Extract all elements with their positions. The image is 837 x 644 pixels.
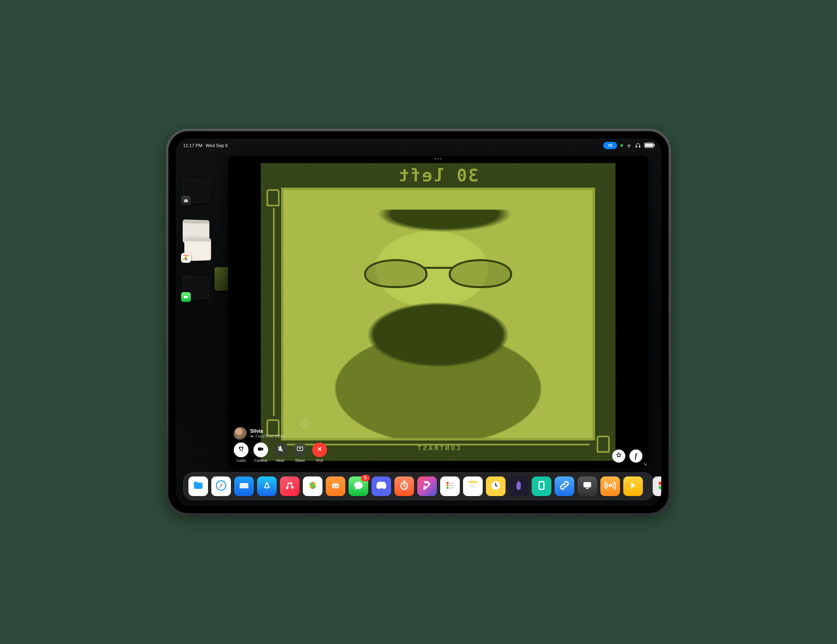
dock-app-remind[interactable] [440,476,460,496]
files-icon [192,480,204,493]
dock-app-link[interactable] [555,476,574,496]
dock-app-notes[interactable] [463,476,483,496]
pip-effects-button[interactable] [612,449,625,463]
stage-group-camera[interactable] [182,179,214,203]
caller-row[interactable]: Silvia FaceTime Video [234,427,327,440]
camera-button[interactable] [253,443,268,457]
dock-app-mail[interactable] [234,476,254,496]
link-icon [559,480,570,493]
messages-icon [353,480,364,493]
end-label: End [316,458,323,463]
audio-label: Audio [236,458,246,463]
facetime-overlay: Silvia FaceTime Video AudioCameraMuteSha… [234,427,327,463]
dock: 5 [183,472,654,500]
app-library-icon [657,480,661,493]
more-icon [435,158,441,159]
dock-app-files[interactable] [188,476,208,496]
photos-icon [307,480,318,493]
control-end: End [312,443,327,463]
x-icon [316,446,323,454]
dock-app-cast2[interactable] [600,476,620,496]
status-bar: 11:17 PM Wed Sep 6 [176,140,661,151]
appstore-icon [261,480,273,493]
camera-label: Camera [254,458,267,463]
gbc-brightness-slider-top-icon [266,189,280,206]
dock-app-short[interactable] [417,476,437,496]
location-active-dot [620,144,623,147]
svg-rect-6 [258,447,262,451]
dock-app-music[interactable] [280,476,300,496]
display-icon [582,480,593,493]
svg-rect-0 [609,144,611,146]
caller-name: Silvia [250,428,285,434]
svg-rect-25 [469,481,477,483]
audio-button[interactable] [234,443,248,457]
share-screen-icon [296,445,304,454]
dock-app-msg[interactable]: 5 [349,476,368,496]
pip-button-row: f [612,449,642,463]
resize-handle-icon[interactable] [641,459,647,467]
status-date: Wed Sep 6 [206,143,228,148]
end-button[interactable] [312,443,327,457]
star-icon [615,452,622,460]
svg-rect-1 [636,146,637,148]
badge: 5 [361,475,370,481]
status-recording-pill[interactable] [603,142,617,149]
video-icon [257,445,264,454]
status-time: 11:17 PM [183,143,202,148]
headphones-icon [635,143,641,148]
dock-app-switch[interactable] [653,476,661,496]
portrait-beard [358,284,518,368]
frame-icon [536,480,547,493]
dock-app-discord[interactable] [372,476,391,496]
dock-app-frame[interactable] [532,476,551,496]
gbc-contrast-slider-icon [597,436,610,453]
dock-app-olog[interactable] [326,476,345,496]
gbc-photo [281,188,595,441]
share-label: Share [295,458,305,463]
dock-app-photos[interactable] [303,476,322,496]
svg-rect-32 [586,487,589,488]
control-share: Share [293,443,307,463]
dock-app-safari[interactable] [211,476,231,496]
music-icon [284,480,295,493]
battery-icon [644,143,654,148]
control-audio: Audio [234,443,248,463]
safari-icon [215,480,227,493]
stage-group-calendar[interactable]: WED 6 [182,219,214,243]
discord-icon [376,480,387,493]
gbc-photo-frame [281,188,595,441]
svg-rect-26 [469,483,477,490]
reminders-icon [444,480,456,493]
svg-rect-31 [584,482,591,487]
gbc-portrait [284,190,593,438]
dock-app-appstore[interactable] [257,476,277,496]
dock-app-timer[interactable] [394,476,414,496]
svg-rect-24 [450,487,454,488]
wifi-icon [626,143,632,148]
svg-point-20 [446,484,448,486]
airpods-icon [237,445,245,454]
svg-rect-23 [450,485,454,485]
svg-rect-34 [659,481,661,485]
caller-subtitle: FaceTime Video [250,434,285,438]
svg-rect-30 [539,481,544,489]
dock-app-display[interactable] [577,476,597,496]
dock-app-obsid[interactable] [509,476,528,496]
gbc-brightness-track[interactable] [273,208,275,416]
mute-button[interactable] [273,443,288,457]
window-handle[interactable] [435,158,441,159]
screen-record-icon [608,143,613,148]
stage-group-facetime[interactable] [182,276,214,300]
control-mute: Mute [273,443,288,463]
dock-app-arrow[interactable] [623,476,643,496]
camera-app-icon [181,196,191,206]
facetime-window[interactable]: 30 left BRIGHTNESS [228,156,648,468]
shortcuts-icon [421,480,433,493]
share-button[interactable] [293,443,307,457]
dock-app-clock[interactable] [486,476,506,496]
function-icon: f [635,452,637,460]
arrow-icon [627,480,639,493]
ipad-device-frame: 11:17 PM Wed Sep 6 [166,129,671,516]
gbc-header-text: 30 left [261,165,615,186]
